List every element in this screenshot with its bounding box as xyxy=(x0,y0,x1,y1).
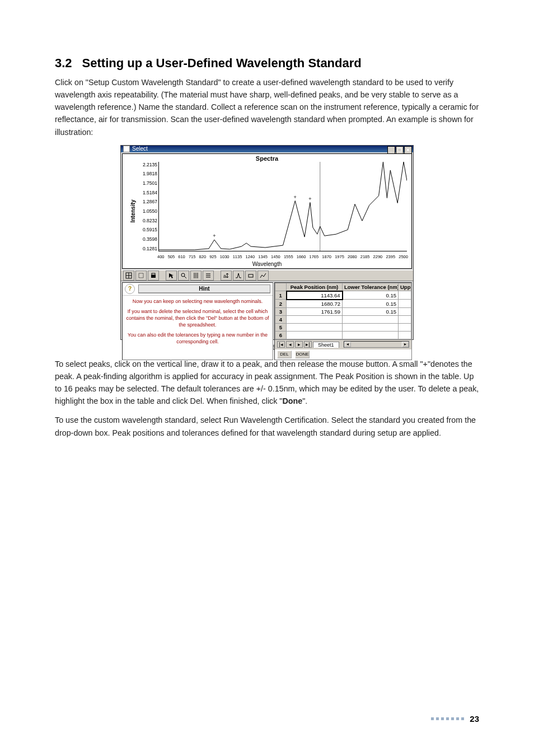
cell-peak-position[interactable] xyxy=(287,323,343,331)
col-peak-position[interactable]: Peak Position (nm) xyxy=(287,283,343,291)
tool-rect-icon[interactable] xyxy=(245,270,256,281)
table-row[interactable]: 31761.590.15 xyxy=(275,307,411,315)
cell-upper-tol[interactable] xyxy=(399,323,411,331)
nav-first-button[interactable]: |◂ xyxy=(277,341,285,348)
cell-upper-tol[interactable] xyxy=(399,300,411,308)
xtick: 1345 xyxy=(258,254,268,259)
chart-panel[interactable]: Spectra Intensity Wavelength 2.2135 1.98… xyxy=(122,153,412,269)
svg-rect-8 xyxy=(151,275,156,278)
nav-prev-button[interactable]: ◂ xyxy=(286,341,294,348)
row-num[interactable]: 6 xyxy=(275,331,287,339)
scroll-right-icon[interactable]: ▸ xyxy=(402,342,409,347)
table-header-row: Peak Position (nm) Lower Tolerance (nm) … xyxy=(275,283,411,291)
table-row[interactable]: 11143.640.15 xyxy=(275,291,411,300)
cell-peak-position[interactable] xyxy=(287,331,343,339)
row-num[interactable]: 5 xyxy=(275,323,287,331)
window-titlebar[interactable]: Select _ ❐ ✕ xyxy=(121,146,413,152)
ytick: 1.2867 xyxy=(135,199,157,204)
screenshot-window: Select _ ❐ ✕ Spectra Intensity Wavelengt… xyxy=(120,145,414,340)
tool-peak-icon[interactable] xyxy=(233,270,244,281)
cell-lower-tol[interactable]: 0.15 xyxy=(343,291,399,300)
horizontal-scrollbar[interactable]: ◂ ▸ xyxy=(344,341,409,348)
table-row[interactable]: 5 xyxy=(275,323,411,331)
cell-peak-position[interactable]: 1143.64 xyxy=(287,291,343,300)
lightbulb-icon: ? xyxy=(125,284,135,294)
xtick: 820 xyxy=(199,254,207,259)
cell-lower-tol[interactable]: 0.15 xyxy=(343,307,399,315)
row-num[interactable]: 2 xyxy=(275,300,287,308)
paragraph-2: To select peaks, click on the vertical l… xyxy=(55,358,479,408)
ytick: 0.8232 xyxy=(135,218,157,223)
tool-print-icon[interactable] xyxy=(148,270,159,281)
scroll-left-icon[interactable]: ◂ xyxy=(344,342,351,347)
paragraph-3: To use the custom wavelength standard, s… xyxy=(55,414,479,438)
table-row[interactable]: 21680.720.15 xyxy=(275,300,411,308)
col-rownum[interactable] xyxy=(275,283,287,291)
row-num[interactable]: 3 xyxy=(275,307,287,315)
cell-lower-tol[interactable] xyxy=(343,331,399,339)
tool-cursor-icon[interactable] xyxy=(166,270,177,281)
hint-line: You can also edit the tolerances by typi… xyxy=(126,332,269,345)
tool-chart-icon[interactable] xyxy=(257,270,269,281)
hint-pane: ? Hint Now you can keep on selecting new… xyxy=(122,282,273,360)
sheet-tab[interactable]: Sheet1 xyxy=(313,342,339,348)
svg-line-11 xyxy=(184,276,186,278)
hint-line: Now you can keep on selecting new wavele… xyxy=(126,298,269,305)
nav-last-button[interactable]: ▸| xyxy=(304,341,312,348)
xtick: 505 xyxy=(168,254,175,259)
xtick: 1030 xyxy=(220,254,229,259)
tool-zoom-full-icon[interactable] xyxy=(123,270,134,281)
cell-lower-tol[interactable]: 0.15 xyxy=(343,300,399,308)
ytick: 1.5184 xyxy=(135,190,157,195)
xtick: 2080 xyxy=(348,254,357,259)
done-button[interactable]: DONE xyxy=(295,351,310,358)
cell-upper-tol[interactable] xyxy=(399,291,411,300)
cell-peak-position[interactable] xyxy=(287,315,343,323)
x-axis-label: Wavelength xyxy=(252,261,282,267)
hint-title: Hint xyxy=(139,285,270,293)
svg-text:a: a xyxy=(223,273,226,279)
tool-autoscale-y-icon[interactable]: a xyxy=(221,270,232,281)
cell-upper-tol[interactable] xyxy=(399,315,411,323)
hint-header: ? Hint xyxy=(123,283,273,296)
toolbar: a xyxy=(121,270,413,281)
spreadsheet-pane: Peak Position (nm) Lower Tolerance (nm) … xyxy=(274,282,412,360)
svg-rect-9 xyxy=(152,273,155,275)
col-upper-tol[interactable]: Upper xyxy=(399,283,411,291)
cell-lower-tol[interactable] xyxy=(343,323,399,331)
para2-part1: To select peaks, click on the vertical l… xyxy=(55,360,479,405)
cell-peak-position[interactable]: 1761.59 xyxy=(287,307,343,315)
tool-list-icon[interactable] xyxy=(203,270,214,281)
row-num[interactable]: 1 xyxy=(275,291,287,300)
section-heading: 3.2Setting up a User-Defined Wavelength … xyxy=(55,56,479,71)
row-num[interactable]: 4 xyxy=(275,315,287,323)
tool-vertical-bars-icon[interactable] xyxy=(190,270,202,281)
xtick: 1240 xyxy=(245,254,255,259)
maximize-button[interactable]: ❐ xyxy=(396,146,404,154)
col-lower-tol[interactable]: Lower Tolerance (nm) xyxy=(343,283,399,291)
table-row[interactable]: 6 xyxy=(275,331,411,339)
plot-area[interactable]: + + + xyxy=(158,162,407,251)
section-number: 3.2 xyxy=(55,56,72,71)
nav-next-button[interactable]: ▸ xyxy=(295,341,303,348)
spectrum-line-icon: + + + xyxy=(159,162,407,251)
para2-bold: Done xyxy=(282,396,302,405)
xtick: 1870 xyxy=(322,254,331,259)
tool-magnify-icon[interactable] xyxy=(178,270,189,281)
table-row[interactable]: 4 xyxy=(275,315,411,323)
hint-line: If you want to delete the selected nomin… xyxy=(126,308,269,328)
cell-peak-position[interactable]: 1680.72 xyxy=(287,300,343,308)
peak-table[interactable]: Peak Position (nm) Lower Tolerance (nm) … xyxy=(275,283,411,339)
cell-lower-tol[interactable] xyxy=(343,315,399,323)
y-ticks: 2.2135 1.9818 1.7501 1.5184 1.2867 1.055… xyxy=(135,162,157,251)
xtick: 1555 xyxy=(284,254,293,259)
cell-upper-tol[interactable] xyxy=(399,307,411,315)
cell-upper-tol[interactable] xyxy=(399,331,411,339)
tool-zoom-region-icon[interactable] xyxy=(135,270,147,281)
minimize-button[interactable]: _ xyxy=(387,146,395,154)
del-button[interactable]: DEL xyxy=(277,351,292,358)
close-button[interactable]: ✕ xyxy=(404,146,412,154)
xtick: 1450 xyxy=(271,254,280,259)
ytick: 1.0550 xyxy=(135,208,157,214)
x-ticks: 400 505 610 715 820 925 1030 1135 1240 1… xyxy=(157,254,408,259)
